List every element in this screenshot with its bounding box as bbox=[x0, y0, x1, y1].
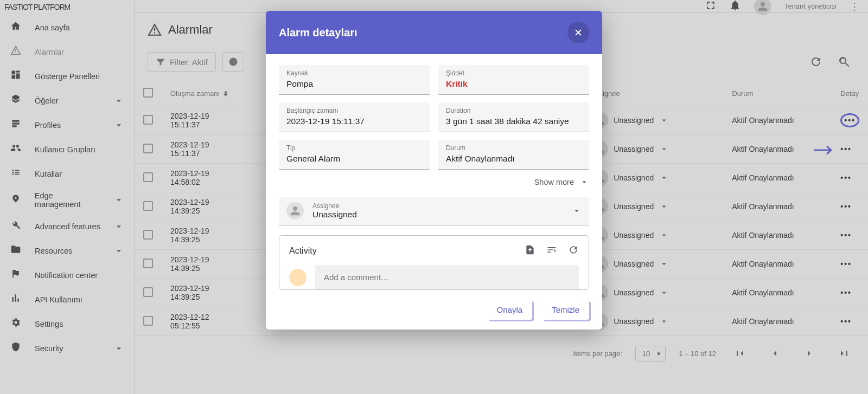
assignee-select[interactable]: Assignee Unassigned bbox=[279, 197, 589, 225]
show-more-button[interactable]: Show more bbox=[279, 177, 589, 187]
field-status: Durum Aktif Onaylanmadı bbox=[438, 140, 589, 170]
field-duration: Duration 3 gün 1 saat 38 dakika 42 saniy… bbox=[438, 102, 589, 132]
dialog-title: Alarm detayları bbox=[279, 27, 358, 39]
field-type: Tip General Alarm bbox=[279, 140, 430, 170]
activity-panel: Activity bbox=[279, 235, 589, 290]
chevron-down-icon bbox=[579, 177, 589, 187]
comment-avatar bbox=[289, 269, 307, 286]
export-icon[interactable] bbox=[525, 244, 535, 257]
clear-button[interactable]: Temizle bbox=[542, 300, 589, 320]
field-source: Kaynak Pompa bbox=[279, 65, 430, 95]
comment-input[interactable] bbox=[315, 265, 579, 289]
sort-icon[interactable] bbox=[546, 244, 557, 257]
activity-title: Activity bbox=[289, 246, 317, 256]
refresh-activity-icon[interactable] bbox=[568, 244, 579, 257]
close-button[interactable] bbox=[567, 22, 589, 43]
avatar-icon bbox=[286, 202, 304, 219]
dropdown-icon bbox=[572, 206, 582, 216]
field-severity: Şiddet Kritik bbox=[438, 65, 589, 95]
alarm-details-dialog: Alarm detayları Kaynak Pompa Şiddet Krit… bbox=[266, 11, 602, 330]
field-start-time: Başlangıç zamanı 2023-12-19 15:11:37 bbox=[279, 102, 430, 132]
acknowledge-button[interactable]: Onayla bbox=[487, 300, 533, 320]
close-icon bbox=[573, 27, 584, 38]
